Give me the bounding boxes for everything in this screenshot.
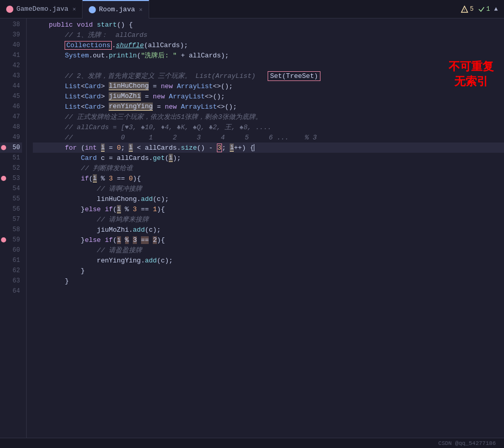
line-38: 38	[0, 19, 22, 30]
tab-room[interactable]: Room.java ✕	[83, 0, 149, 18]
line-58: 58	[0, 225, 22, 235]
line-43: 43	[0, 71, 22, 81]
check-count: 1	[487, 6, 490, 13]
line-46: 46	[0, 101, 22, 112]
code-line-55: linHuChong.add(c);	[33, 194, 504, 204]
code-line-42	[33, 60, 504, 71]
code-line-39: // 1、洗牌： allCards	[33, 30, 504, 40]
line-55: 55	[0, 194, 22, 204]
code-line-48: // allCards = [♥3, ♠10, ♦4, ♣K, ♠Q, ♣2, …	[33, 122, 504, 132]
line-47: 47	[0, 112, 22, 122]
line-50: 50	[0, 142, 22, 153]
code-line-51: Card c = allCards.get(i);	[33, 153, 504, 163]
line-42: 42	[0, 60, 22, 71]
code-line-40: Collections.shuffle(allCards);	[33, 40, 504, 50]
line-39: 39	[0, 30, 22, 40]
line-62: 62	[0, 266, 22, 276]
code-line-62: }	[33, 266, 504, 276]
check-badge: 1	[478, 6, 490, 13]
code-line-57: // 请鸠摩来接牌	[33, 214, 504, 225]
treeset-annotation-inline: Set(TreeSet)	[268, 71, 321, 81]
bottom-bar: CSDN @qq_54277186	[0, 438, 504, 448]
warning-count: 5	[470, 6, 473, 13]
tab-room-label: Room.java	[99, 6, 135, 13]
tab-room-close[interactable]: ✕	[139, 6, 143, 13]
code-line-45: List<Card> jiuMoZhi = new ArrayList<>();	[33, 91, 504, 101]
line-60: 60	[0, 245, 22, 255]
line-45: 45	[0, 91, 22, 101]
line-61: 61	[0, 255, 22, 266]
line-48: 48	[0, 122, 22, 132]
warning-icon: !	[461, 6, 468, 13]
line-53: 53	[0, 173, 22, 184]
warning-badge: ! 5	[461, 6, 473, 13]
line-49: 49	[0, 132, 22, 142]
code-line-52: // 判断牌发给谁	[33, 163, 504, 173]
code-line-56: }else if(i % 3 == 1){	[33, 204, 504, 214]
code-line-53: if(i % 3 == 0){	[33, 173, 504, 184]
code-line-61: renYingYing.add(c);	[33, 255, 504, 266]
line-52: 52	[0, 163, 22, 173]
chevron-up-icon[interactable]: ▲	[494, 6, 498, 13]
line-59: 59	[0, 235, 22, 245]
java-icon	[6, 6, 13, 13]
svg-text:!: !	[463, 8, 466, 12]
editor-main: 38 39 40 41 42 43 44 45 46 47 48 49 50 5…	[0, 18, 504, 448]
code-line-60: // 请盈盈接牌	[33, 245, 504, 255]
code-line-54: // 请啊冲接牌	[33, 184, 504, 194]
line-54: 54	[0, 184, 22, 194]
code-line-50: for (int i = 0; i < allCards.size() - 3;…	[33, 142, 504, 153]
tab-bar: GameDemo.java ✕ Room.java ✕ ! 5 1 ▲	[0, 0, 504, 18]
code-line-46: List<Card> renYingYing = new ArrayList<>…	[33, 101, 504, 112]
tab-gamedemo-label: GameDemo.java	[16, 5, 68, 13]
code-line-58: jiuMoZhi.add(c);	[33, 225, 504, 235]
bottom-credit: CSDN @qq_54277186	[438, 440, 496, 446]
code-line-59: }else if(i % 3 == 2){	[33, 235, 504, 245]
line-63: 63	[0, 276, 22, 286]
tab-gamedemo[interactable]: GameDemo.java ✕	[0, 0, 83, 18]
line-41: 41	[0, 50, 22, 60]
code-line-49: // 0 1 2 3 4 5 6 ... % 3	[33, 132, 504, 142]
annotation-no-duplicate: 不可重复无索引	[449, 59, 494, 89]
check-icon	[478, 6, 485, 13]
code-line-43: // 2、发牌，首先肯定要定义 三个玩家。 List(ArrayList) Se…	[33, 71, 504, 81]
line-51: 51	[0, 153, 22, 163]
line-57: 57	[0, 214, 22, 225]
tab-gamedemo-close[interactable]: ✕	[72, 6, 76, 12]
top-right-badges: ! 5 1 ▲	[461, 6, 504, 13]
code-area[interactable]: public void start() { // 1、洗牌： allCards …	[27, 18, 504, 448]
line-gutter: 38 39 40 41 42 43 44 45 46 47 48 49 50 5…	[0, 18, 27, 448]
class-icon	[89, 6, 96, 13]
line-64: 64	[0, 286, 22, 296]
code-line-41: System.out.println("洗牌后: " + allCards);	[33, 50, 504, 60]
code-line-38: public void start() {	[33, 19, 504, 30]
code-line-64	[33, 286, 504, 296]
code-line-44: List<Card> linHuChong = new ArrayList<>(…	[33, 81, 504, 91]
code-line-47: // 正式发牌给这三个玩家，依次发出51张牌，剩余3张做为底牌。	[33, 112, 504, 122]
line-44: 44	[0, 81, 22, 91]
code-line-63: }	[33, 276, 504, 286]
line-56: 56	[0, 204, 22, 214]
line-40: 40	[0, 40, 22, 50]
